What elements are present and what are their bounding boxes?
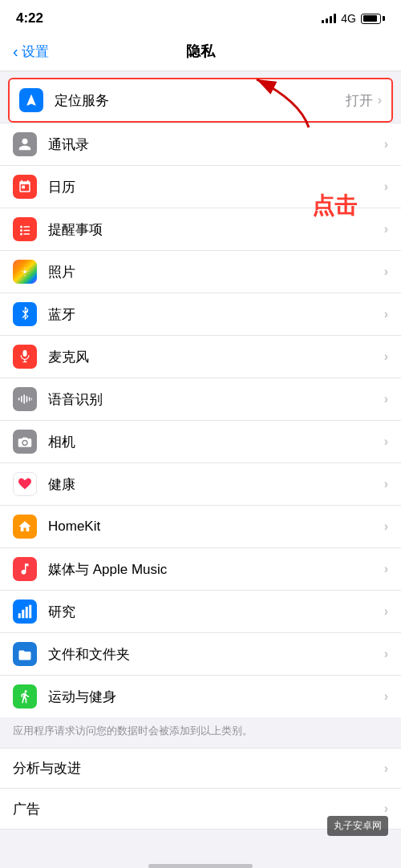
network-type: 4G	[341, 12, 356, 25]
location-services-label: 定位服务	[55, 91, 346, 110]
ads-label: 广告	[13, 800, 384, 818]
contacts-item[interactable]: 通讯录 ›	[0, 123, 401, 166]
navigation-bar: ‹ 设置 隐私	[0, 35, 401, 71]
svg-rect-18	[22, 610, 24, 619]
speech-icon	[13, 387, 37, 411]
speech-item[interactable]: 语音识别 ›	[0, 378, 401, 421]
svg-point-7	[23, 270, 26, 273]
svg-rect-11	[18, 398, 20, 400]
status-icons: 4G	[322, 12, 385, 25]
camera-chevron-icon: ›	[384, 434, 388, 449]
homekit-chevron-icon: ›	[384, 519, 388, 534]
contacts-label: 通讯录	[48, 135, 384, 154]
microphone-label: 麦克风	[48, 348, 384, 366]
health-label: 健康	[48, 475, 384, 494]
research-label: 研究	[48, 603, 384, 621]
note-text: 应用程序请求访问您的数据时会被添加到以上类别。	[0, 717, 401, 748]
files-item[interactable]: 文件和文件夹 ›	[0, 633, 401, 676]
location-services-item[interactable]: 定位服务 打开 ›	[8, 78, 393, 123]
svg-rect-13	[23, 394, 25, 403]
reminders-icon	[13, 217, 37, 241]
microphone-icon	[13, 345, 37, 369]
speech-label: 语音识别	[48, 390, 384, 409]
speech-chevron-icon: ›	[384, 392, 388, 406]
svg-point-1	[20, 226, 22, 228]
media-label: 媒体与 Apple Music	[48, 560, 384, 579]
homekit-icon	[13, 515, 37, 539]
svg-rect-20	[29, 605, 31, 619]
calendar-icon	[13, 175, 37, 199]
battery-icon	[361, 14, 385, 24]
svg-point-2	[20, 229, 22, 232]
contacts-icon	[13, 132, 37, 156]
bluetooth-icon	[13, 302, 37, 326]
status-bar: 4:22 4G	[0, 0, 401, 35]
reminders-chevron-icon: ›	[384, 222, 388, 236]
svg-rect-12	[21, 396, 22, 402]
contacts-chevron-icon: ›	[384, 137, 388, 151]
svg-rect-8	[23, 350, 27, 357]
fitness-item[interactable]: 运动与健身 ›	[0, 676, 401, 717]
photos-icon	[13, 260, 37, 284]
back-label: 设置	[22, 42, 49, 61]
photos-item[interactable]: 照片 ›	[0, 251, 401, 293]
health-chevron-icon: ›	[384, 477, 388, 491]
camera-icon	[13, 430, 37, 454]
bluetooth-label: 蓝牙	[48, 305, 384, 324]
svg-rect-6	[24, 233, 30, 235]
reminders-label: 提醒事项	[48, 220, 384, 239]
svg-rect-16	[31, 398, 32, 400]
svg-rect-14	[26, 396, 28, 402]
photos-label: 照片	[48, 263, 384, 281]
research-icon	[13, 600, 37, 624]
privacy-list: 通讯录 › 日历 › 提醒事项 ›	[0, 123, 401, 717]
reminders-item[interactable]: 提醒事项 ›	[0, 208, 401, 251]
analytics-label: 分析与改进	[13, 759, 384, 777]
photos-chevron-icon: ›	[384, 264, 388, 279]
svg-rect-4	[24, 226, 30, 228]
calendar-item[interactable]: 日历 ›	[0, 166, 401, 208]
page-title: 隐私	[186, 42, 215, 61]
location-icon	[19, 88, 43, 112]
fitness-chevron-icon: ›	[384, 689, 388, 704]
media-chevron-icon: ›	[384, 562, 388, 576]
signal-icon	[322, 14, 336, 23]
location-chevron-icon: ›	[378, 93, 382, 107]
homekit-label: HomeKit	[48, 519, 384, 535]
files-icon	[13, 642, 37, 666]
research-item[interactable]: 研究 ›	[0, 591, 401, 633]
svg-rect-5	[24, 230, 30, 232]
files-chevron-icon: ›	[384, 647, 388, 661]
bluetooth-item[interactable]: 蓝牙 ›	[0, 293, 401, 336]
home-indicator	[148, 864, 253, 868]
main-content: 定位服务 打开 › 点击 通讯录 ›	[0, 71, 401, 868]
analytics-chevron-icon: ›	[384, 761, 388, 776]
homekit-item[interactable]: HomeKit ›	[0, 506, 401, 548]
files-label: 文件和文件夹	[48, 645, 384, 664]
svg-rect-17	[18, 613, 21, 618]
music-icon	[13, 557, 37, 581]
status-time: 4:22	[16, 10, 43, 26]
media-item[interactable]: 媒体与 Apple Music ›	[0, 548, 401, 591]
analytics-item[interactable]: 分析与改进 ›	[0, 749, 401, 789]
svg-rect-15	[29, 398, 30, 402]
calendar-label: 日历	[48, 178, 384, 196]
health-item[interactable]: 健康 ›	[0, 463, 401, 506]
back-chevron-icon: ‹	[13, 43, 18, 59]
camera-item[interactable]: 相机 ›	[0, 421, 401, 463]
ads-chevron-icon: ›	[384, 801, 388, 816]
microphone-item[interactable]: 麦克风 ›	[0, 336, 401, 378]
microphone-chevron-icon: ›	[384, 349, 388, 364]
bluetooth-chevron-icon: ›	[384, 307, 388, 321]
health-icon	[13, 472, 37, 496]
watermark: 丸子安卓网	[327, 816, 388, 836]
calendar-chevron-icon: ›	[384, 180, 388, 194]
back-button[interactable]: ‹ 设置	[13, 42, 49, 61]
research-chevron-icon: ›	[384, 604, 388, 619]
location-services-value: 打开	[346, 91, 373, 110]
camera-label: 相机	[48, 433, 384, 451]
fitness-icon	[13, 684, 37, 709]
fitness-label: 运动与健身	[48, 688, 384, 706]
svg-point-3	[20, 233, 22, 236]
svg-rect-19	[26, 607, 28, 618]
